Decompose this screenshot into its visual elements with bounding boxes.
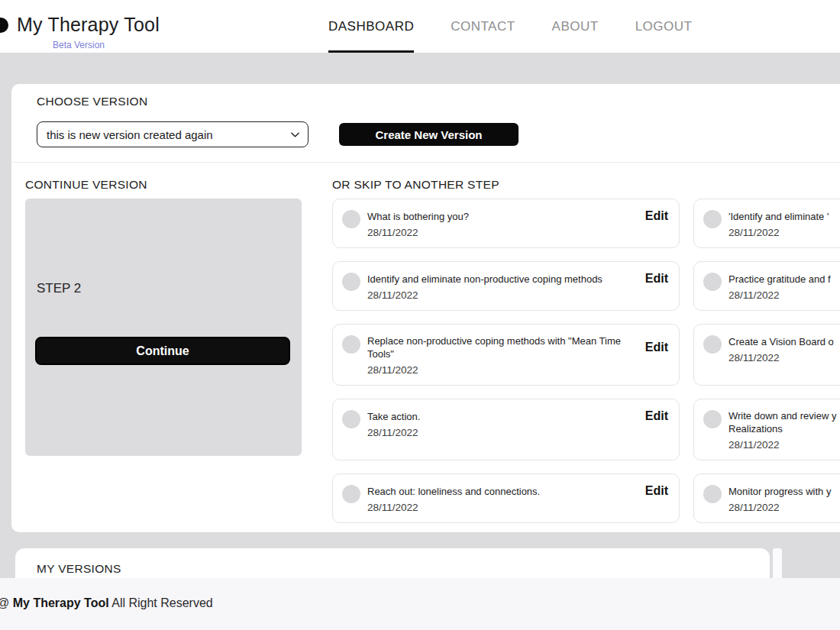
continue-button[interactable]: Continue [35, 337, 290, 365]
skip-section: OR SKIP TO ANOTHER STEP What is botherin… [332, 178, 840, 523]
panel-columns: CONTINUE VERSION STEP 2 Continue OR SKIP… [25, 178, 840, 523]
my-versions-side-panel-edge [773, 548, 782, 578]
step-card[interactable]: 'Identify and eliminate ' Edit 28/11/202… [693, 199, 840, 248]
step-date: 28/11/2022 [729, 227, 840, 238]
step-status-circle-icon [703, 210, 722, 228]
step-title: 'Identify and eliminate ' [729, 210, 840, 223]
edit-button[interactable]: Edit [645, 341, 668, 354]
step-card-body: 'Identify and eliminate ' Edit 28/11/202… [729, 209, 840, 238]
nav-logout-label: LOGOUT [635, 19, 693, 34]
step-status-circle-icon [703, 485, 722, 503]
step-title: Reach out: loneliness and connections. [367, 485, 645, 498]
step-title: Write down and review y Realizations [729, 409, 840, 435]
step-card-body: Replace non-productive coping methods wi… [367, 334, 668, 376]
continue-version-section: CONTINUE VERSION STEP 2 Continue [25, 178, 302, 523]
step-card[interactable]: Write down and review y Realizations Edi… [693, 399, 840, 460]
step-card-body: Practice gratitude and f Edit 28/11/2022 [729, 272, 840, 301]
step-title: Identify and eliminate non-productive co… [367, 273, 645, 286]
step-status-circle-icon [342, 335, 360, 354]
edit-button[interactable]: Edit [645, 484, 668, 498]
my-versions-heading: MY VERSIONS [15, 548, 770, 576]
edit-button[interactable]: Edit [645, 209, 668, 223]
step-card-body: Monitor progress with y Edit 28/11/2022 [729, 484, 840, 513]
step-title: Replace non-productive coping methods wi… [367, 334, 645, 360]
step-status-circle-icon [703, 410, 722, 428]
nav-about[interactable]: ABOUT [552, 0, 599, 53]
step-status-circle-icon [342, 273, 360, 291]
step-card[interactable]: Reach out: loneliness and connections. E… [332, 473, 680, 523]
footer-brand: My Therapy Tool [13, 596, 109, 609]
step-date: 28/11/2022 [729, 439, 840, 451]
nav-dashboard-label: DASHBOARD [328, 19, 414, 34]
header: My Therapy Tool Beta Version DASHBOARD C… [0, 0, 840, 53]
beta-version-label: Beta Version [53, 40, 105, 50]
logo-icon [0, 18, 8, 33]
nav-contact-label: CONTACT [451, 19, 515, 34]
step-title: Monitor progress with y [729, 485, 840, 498]
version-select[interactable]: this is new version created again [37, 121, 309, 147]
step-card-body: Write down and review y Realizations Edi… [729, 409, 840, 451]
step-date: 28/11/2022 [729, 502, 840, 513]
step-date: 28/11/2022 [367, 502, 668, 513]
edit-button[interactable]: Edit [645, 409, 668, 423]
step-status-circle-icon [703, 273, 722, 291]
step-date: 28/11/2022 [367, 289, 668, 301]
step-date: 28/11/2022 [729, 289, 840, 301]
dashboard-panel: CHOOSE VERSION this is new version creat… [11, 84, 840, 532]
step-card[interactable]: Practice gratitude and f Edit 28/11/2022 [693, 261, 840, 311]
step-card[interactable]: Create a Vision Board o Edit 28/11/2022 [693, 324, 840, 386]
step-card-body: Create a Vision Board o Edit 28/11/2022 [729, 334, 840, 376]
section-divider [11, 162, 840, 163]
step-card[interactable]: Monitor progress with y Edit 28/11/2022 [693, 473, 840, 523]
create-new-version-button[interactable]: Create New Version [339, 123, 519, 146]
step-card[interactable]: Replace non-productive coping methods wi… [332, 324, 680, 386]
step-status-circle-icon [342, 410, 360, 428]
step-date: 28/11/2022 [729, 352, 840, 363]
step-card[interactable]: Take action. Edit 28/11/2022 [332, 399, 680, 460]
nav-dashboard[interactable]: DASHBOARD [328, 0, 414, 53]
step-date: 28/11/2022 [367, 227, 668, 238]
app-title: My Therapy Tool [17, 14, 160, 36]
nav-contact[interactable]: CONTACT [451, 0, 515, 53]
step-title: Create a Vision Board o [729, 335, 840, 348]
footer-rights: All Right Reserved [111, 596, 213, 609]
my-versions-panel: MY VERSIONS [15, 548, 770, 578]
step-title: Take action. [367, 410, 645, 423]
step-status-circle-icon [342, 210, 360, 228]
step-status-circle-icon [703, 335, 722, 354]
nav-logout[interactable]: LOGOUT [635, 0, 693, 53]
step-card-body: What is bothering you? Edit 28/11/2022 [367, 209, 668, 238]
skip-section-heading: OR SKIP TO ANOTHER STEP [332, 178, 840, 192]
footer-at: @ [0, 596, 9, 609]
step-date: 28/11/2022 [367, 364, 668, 376]
step-card[interactable]: Identify and eliminate non-productive co… [332, 261, 680, 311]
step-date: 28/11/2022 [367, 427, 668, 438]
edit-button[interactable]: Edit [645, 272, 668, 286]
continue-version-heading: CONTINUE VERSION [25, 178, 302, 192]
step-card-body: Identify and eliminate non-productive co… [367, 272, 668, 301]
footer: @ My Therapy Tool All Right Reserved [0, 578, 840, 630]
continue-version-card: STEP 2 Continue [25, 199, 302, 456]
current-step-label: STEP 2 [37, 281, 81, 296]
nav-about-label: ABOUT [552, 19, 599, 34]
chevron-down-icon [290, 130, 300, 140]
step-title: What is bothering you? [367, 210, 645, 223]
page: My Therapy Tool Beta Version DASHBOARD C… [0, 0, 840, 630]
version-select-value: this is new version created again [47, 128, 213, 141]
step-card-body: Take action. Edit 28/11/2022 [367, 409, 668, 451]
content-area: CHOOSE VERSION this is new version creat… [0, 53, 840, 578]
footer-copyright: @ My Therapy Tool All Right Reserved [0, 596, 213, 610]
choose-version-controls: this is new version created again Create… [37, 121, 840, 147]
step-card-body: Reach out: loneliness and connections. E… [367, 484, 668, 513]
main-nav: DASHBOARD CONTACT ABOUT LOGOUT [328, 0, 692, 53]
step-title: Practice gratitude and f [729, 273, 840, 286]
step-status-circle-icon [342, 485, 360, 503]
step-card[interactable]: What is bothering you? Edit 28/11/2022 [332, 199, 680, 248]
choose-version-heading: CHOOSE VERSION [37, 95, 840, 108]
steps-grid: What is bothering you? Edit 28/11/2022 '… [332, 199, 840, 523]
